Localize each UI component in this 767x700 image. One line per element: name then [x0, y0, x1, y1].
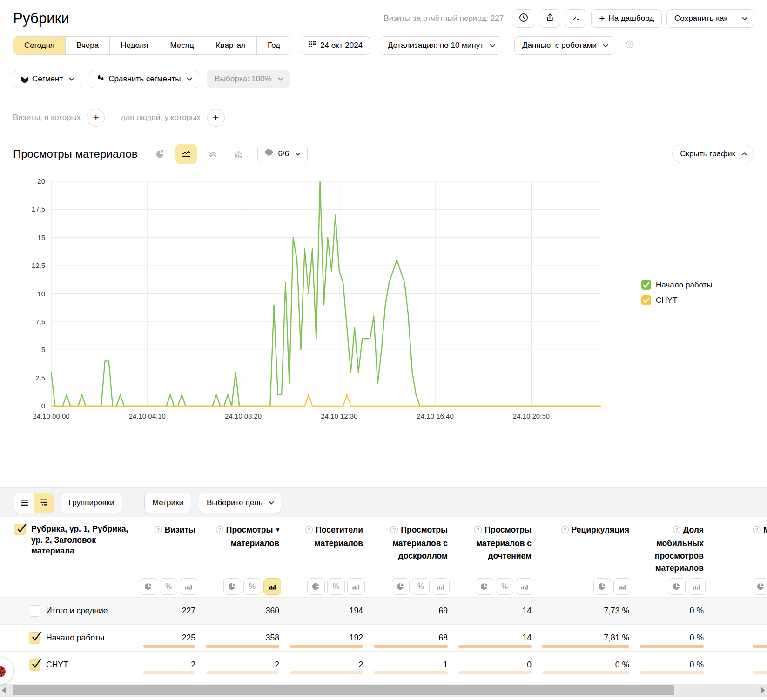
- compare-segments-button[interactable]: Сравнить сегменты: [89, 70, 199, 88]
- percent-toggle-icon[interactable]: %: [327, 578, 345, 595]
- help-icon[interactable]: ?: [474, 525, 482, 537]
- goal-select-button[interactable]: Выберите цель: [199, 493, 282, 513]
- tree-view-icon[interactable]: [34, 493, 54, 513]
- bars-toggle-icon[interactable]: [347, 578, 365, 595]
- row-checkbox[interactable]: [29, 605, 40, 617]
- percent-toggle-icon[interactable]: %: [160, 578, 177, 595]
- column-header-1[interactable]: ?Визиты: [137, 524, 200, 537]
- legend-checkbox-icon[interactable]: [641, 280, 651, 290]
- save-as-split-button: Сохранить как: [666, 9, 754, 28]
- percent-toggle-icon[interactable]: %: [243, 578, 261, 595]
- column-header-4[interactable]: ?Просмотры материалов с доскроллом: [368, 524, 452, 562]
- period-tab-сегодня[interactable]: Сегодня: [13, 37, 65, 54]
- percent-toggle-icon[interactable]: %: [496, 578, 513, 595]
- help-icon[interactable]: ?: [305, 525, 313, 537]
- period-tab-неделя[interactable]: Неделя: [109, 37, 159, 54]
- pie-toggle-icon[interactable]: [753, 578, 767, 595]
- row-label[interactable]: Начало работы: [46, 633, 104, 643]
- export-button[interactable]: [539, 9, 560, 28]
- table-body: Итого и средние22736019469147,73 %0 %Нач…: [0, 597, 767, 678]
- list-view-icon[interactable]: [14, 493, 34, 513]
- column-header-5[interactable]: ?Просмотры материалов с дочтением: [452, 524, 536, 562]
- pie-toggle-icon[interactable]: [307, 578, 325, 595]
- dimension-header-label[interactable]: Рубрика, ур. 1, Рубрика, ур. 2, Заголово…: [31, 524, 136, 557]
- bars-toggle-icon[interactable]: [432, 578, 450, 595]
- help-icon[interactable]: ?: [753, 525, 761, 537]
- scroll-right-icon[interactable]: [761, 687, 765, 693]
- hide-chart-button[interactable]: Скрыть график: [672, 145, 754, 163]
- bars-toggle-icon[interactable]: [263, 578, 281, 595]
- chevron-down-icon: [295, 150, 300, 155]
- chart-area: 02,557,51012,51517,52024.10 00:0024.10 0…: [0, 165, 767, 425]
- metric-value-cell: 1: [368, 652, 452, 678]
- sample-button[interactable]: Выборка: 100%: [207, 70, 290, 88]
- comments-toggle-button[interactable]: [565, 9, 586, 28]
- save-as-button[interactable]: Сохранить как: [667, 10, 735, 27]
- groupings-button[interactable]: Группировки: [61, 493, 122, 513]
- row-checkbox[interactable]: [29, 659, 40, 671]
- help-icon[interactable]: ?: [215, 525, 224, 537]
- select-all-checkbox[interactable]: [14, 524, 26, 535]
- bars-toggle-icon[interactable]: [180, 578, 197, 595]
- help-icon[interactable]: ?: [154, 525, 162, 537]
- schedule-button[interactable]: [513, 9, 534, 28]
- pie-chart-icon[interactable]: [149, 144, 171, 164]
- column-header-3[interactable]: ?Посетители материалов: [284, 524, 368, 550]
- metrics-button[interactable]: Метрики: [144, 493, 191, 513]
- add-to-dashboard-button[interactable]: + На дашборд: [591, 9, 662, 28]
- chart-comments-button[interactable]: 6/6: [257, 145, 308, 163]
- column-header-7[interactable]: ?Доля мобильных просмотров материалов: [634, 524, 708, 574]
- scroll-left-icon[interactable]: [2, 687, 6, 693]
- period-tab-вчера[interactable]: Вчера: [65, 37, 109, 54]
- help-icon[interactable]: ?: [626, 40, 634, 51]
- bars-toggle-icon[interactable]: [516, 578, 533, 595]
- legend-checkbox-icon[interactable]: [641, 295, 651, 305]
- pie-toggle-icon[interactable]: [140, 578, 157, 595]
- row-checkbox[interactable]: [29, 632, 40, 644]
- line-chart-icon[interactable]: [175, 144, 197, 164]
- data-robots-button[interactable]: Данные: с роботами: [514, 36, 615, 55]
- help-icon[interactable]: ?: [673, 525, 681, 537]
- pie-toggle-icon[interactable]: [392, 578, 410, 595]
- percent-toggle-icon[interactable]: %: [412, 578, 430, 595]
- column-chart-icon[interactable]: [228, 144, 249, 164]
- scrollbar-thumb[interactable]: [13, 685, 674, 695]
- add-visits-filter-button[interactable]: +: [87, 109, 105, 127]
- help-icon[interactable]: ?: [561, 525, 569, 537]
- pie-icon: [20, 74, 30, 85]
- svg-text:20: 20: [37, 177, 45, 185]
- column-header-2[interactable]: ?Просмотры▾материалов: [200, 524, 284, 550]
- save-as-menu-button[interactable]: [735, 10, 754, 27]
- pie-toggle-icon[interactable]: [593, 578, 611, 595]
- table-divider: [137, 487, 137, 682]
- column-header-8[interactable]: ?М: [708, 524, 767, 537]
- export-icon: [545, 13, 554, 24]
- metric-value-cell: 68: [368, 625, 452, 651]
- stream-chart-icon[interactable]: [202, 144, 223, 164]
- row-label[interactable]: Итого и средние: [46, 606, 108, 616]
- column-toggles-8: [708, 578, 767, 595]
- svg-text:24.10 04:10: 24.10 04:10: [129, 412, 166, 420]
- svg-text:24.10 00:00: 24.10 00:00: [33, 412, 69, 420]
- date-range-button[interactable]: 24 окт 2024: [301, 36, 370, 55]
- line-chart[interactable]: 02,557,51012,51517,52024.10 00:0024.10 0…: [0, 173, 619, 424]
- detalization-button[interactable]: Детализация: по 10 минут: [380, 36, 502, 55]
- period-tab-месяц[interactable]: Месяц: [159, 37, 204, 54]
- column-toggles-5: %: [452, 578, 536, 595]
- pie-toggle-icon[interactable]: [476, 578, 493, 595]
- column-header-6[interactable]: ?Рециркуляция: [536, 524, 634, 537]
- period-tab-год[interactable]: Год: [256, 37, 291, 54]
- pie-toggle-icon[interactable]: [223, 578, 241, 595]
- ladybug-icon: [0, 662, 8, 680]
- add-people-filter-button[interactable]: +: [207, 109, 225, 127]
- bars-toggle-icon[interactable]: [613, 578, 631, 595]
- legend-item[interactable]: Начало работы: [641, 280, 713, 290]
- pie-toggle-icon[interactable]: [668, 578, 686, 595]
- bars-toggle-icon[interactable]: [688, 578, 706, 595]
- horizontal-scrollbar[interactable]: [0, 684, 767, 697]
- period-tab-квартал[interactable]: Квартал: [205, 37, 256, 54]
- legend-item[interactable]: CHYT: [641, 295, 713, 305]
- segment-button[interactable]: Сегмент: [13, 70, 81, 88]
- row-label[interactable]: CHYT: [46, 660, 68, 670]
- help-icon[interactable]: ?: [390, 525, 398, 537]
